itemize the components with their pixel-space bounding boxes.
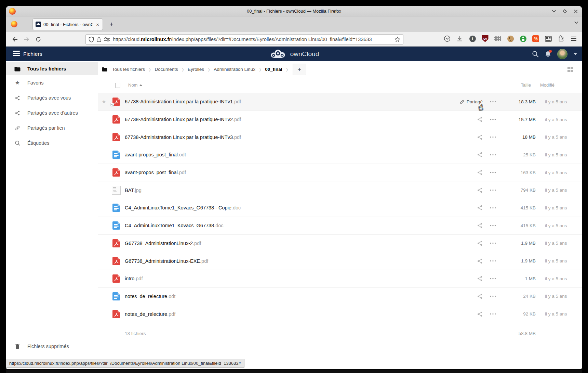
file-type-icon[interactable] [110,274,125,283]
window-titlebar[interactable]: 00_final - Fichiers - ownCloud — Mozilla… [6,6,582,16]
file-name[interactable]: avant-propos_post_final.odt [125,152,435,157]
sidebar-item-deleted-files[interactable]: Fichiers supprimés [6,339,98,354]
sidebar-item-tags[interactable]: Étiquettes [6,136,98,151]
minimize-icon[interactable] [551,9,557,14]
file-type-icon[interactable] [110,292,125,301]
file-name[interactable]: C4_AdminLinuxTome1_Kovacs_G67738.doc [125,223,435,228]
home-folder-icon[interactable] [102,67,107,72]
more-menu-button[interactable] [483,313,503,315]
file-type-icon[interactable] [110,257,125,266]
more-menu-button[interactable] [483,172,503,173]
firefox-pin-icon[interactable] [11,21,17,27]
file-name[interactable]: G67738_AdministrationLinux-2.pdf [125,241,435,246]
file-name[interactable]: notes_de_relecture.odt [125,294,435,299]
favorite-star-icon[interactable]: ★ [98,99,110,105]
sidebar-item-shared-with-you[interactable]: Partagés avec vous [6,90,98,105]
grid-view-toggle-icon[interactable] [567,67,573,72]
more-menu-button[interactable] [483,225,503,227]
table-row[interactable]: ★ G67738_AdministrationLinux-EXE.pdf 1.9… [98,252,582,270]
share-action[interactable] [435,293,483,299]
more-menu-button[interactable] [483,136,503,138]
file-type-icon[interactable] [110,239,125,248]
table-row[interactable]: ★ BAT.jpg 794 KB il y a 5 ans [98,181,582,199]
breadcrumb-all-files[interactable]: Tous les fichiers [110,67,147,72]
bookmark-star-icon[interactable] [395,37,400,42]
more-menu-button[interactable] [483,207,503,209]
more-menu-button[interactable] [483,189,503,191]
column-header-size[interactable]: Taille [490,82,531,88]
column-header-name[interactable]: Nom [128,82,142,88]
table-row[interactable]: ★ G67738_AdministrationLinux-2.pdf 1.9 M… [98,235,582,253]
table-row[interactable]: ★ C4_AdminLinuxTome1_Kovacs_G67738.doc 4… [98,217,582,235]
permissions-icon[interactable] [104,37,110,42]
table-row[interactable]: ★ C4_AdminLinuxTome1_Kovacs_G67738 - Cop… [98,199,582,217]
reload-button[interactable] [34,35,43,44]
table-row[interactable]: ★ 67738-Administration Linux par la prat… [98,128,582,146]
pocket-icon[interactable] [443,35,451,43]
table-row[interactable]: ★ 67738-Administration Linux par la prat… [98,93,582,111]
cookie-extension-icon[interactable] [506,35,514,43]
share-action[interactable] [435,152,483,158]
table-row[interactable]: ★ intro.pdf 1 MB il y a 5 ans [98,270,582,288]
reader-news-icon[interactable] [544,35,552,43]
ublock-origin-icon[interactable]: U0 [481,35,489,43]
user-avatar[interactable] [557,49,567,59]
user-menu-caret-icon[interactable] [574,53,577,55]
share-action[interactable] [435,169,483,176]
file-name[interactable]: 67738-Administration Linux par la pratiq… [125,117,435,122]
file-name[interactable]: 67738-Administration Linux par la pratiq… [125,134,435,140]
file-name[interactable]: avant-propos_post_final.pdf [125,170,435,175]
back-button[interactable] [10,35,20,44]
breadcrumb-eyrolles[interactable]: Eyrolles [186,67,206,72]
breadcrumb-administration-linux[interactable]: Administration Linux [212,67,257,72]
tab-owncloud[interactable]: 00_final - Fichiers - ownClo × [32,18,103,30]
app-menu-icon[interactable] [13,51,20,57]
file-name[interactable]: notes_de_relecture.pdf [125,311,435,317]
table-row[interactable]: ★ notes_de_relecture.pdf 92 KB il y a 5 … [98,305,582,323]
fence-extension-icon[interactable] [494,35,502,43]
more-menu-button[interactable] [483,242,503,244]
more-menu-button[interactable] [483,278,503,280]
file-type-icon[interactable] [110,115,125,124]
file-name[interactable]: BAT.jpg [125,188,435,193]
file-type-icon[interactable] [110,133,125,142]
maximize-icon[interactable] [562,9,567,14]
share-action[interactable] [435,205,483,211]
more-menu-button[interactable] [483,260,503,262]
file-type-icon[interactable] [110,168,125,177]
file-type-icon[interactable] [110,97,125,106]
more-menu-button[interactable] [483,154,503,156]
breadcrumb-documents[interactable]: Documents [152,67,180,72]
list-tabs-icon[interactable] [574,21,578,24]
search-icon[interactable] [532,51,539,57]
share-action[interactable] [435,258,483,264]
share-action[interactable] [435,116,483,123]
file-type-icon[interactable] [110,221,125,230]
file-name[interactable]: 67738-Administration Linux par la pratiq… [125,99,435,104]
share-action[interactable] [435,222,483,229]
url-bar[interactable]: https://cloud.microlinux.fr/index.php/ap… [85,34,403,44]
sidebar-item-favorites[interactable]: ★ Favoris [6,75,98,90]
table-row[interactable]: ★ avant-propos_post_final.odt 25 KB il y… [98,146,582,164]
extension-info-icon[interactable]: i [468,35,477,43]
more-menu-button[interactable] [483,119,503,120]
sidebar-item-all-files[interactable]: Tous les fichiers [6,62,98,75]
share-action[interactable]: Partagé [435,99,483,104]
share-action[interactable] [435,240,483,246]
column-header-modified[interactable]: Modifié [540,82,554,88]
password-extension-icon[interactable]: % [532,35,540,43]
file-name[interactable]: G67738_AdministrationLinux-EXE.pdf [125,258,435,264]
table-row[interactable]: ★ avant-propos_post_final.pdf 163 KB il … [98,164,582,182]
file-type-icon[interactable] [110,310,125,319]
share-action[interactable] [435,311,483,317]
downloads-icon[interactable] [456,35,464,43]
share-action[interactable] [435,134,483,140]
file-type-icon[interactable] [110,186,125,195]
more-menu-button[interactable] [483,295,503,297]
url-input[interactable]: https://cloud.microlinux.fr/index.php/ap… [113,37,392,42]
notifications-bell-icon[interactable] [545,51,551,57]
file-type-icon[interactable] [110,150,125,159]
lock-icon[interactable] [97,37,101,42]
share-action[interactable] [435,187,483,193]
forward-button[interactable] [22,35,31,44]
